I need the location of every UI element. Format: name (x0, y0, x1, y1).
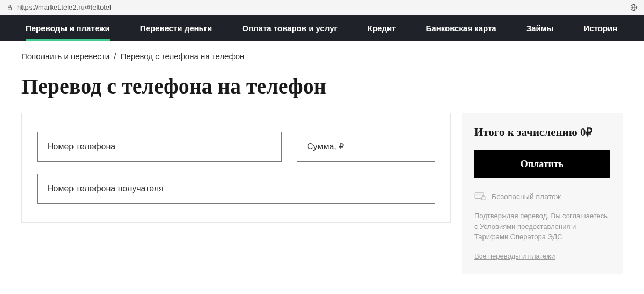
summary-sidebar: Итого к зачислению 0₽ Оплатить Безопасны… (462, 113, 623, 274)
total-amount-label: Итого к зачислению 0₽ (474, 126, 610, 139)
svg-rect-0 (8, 7, 12, 10)
secure-payment-badge: Безопасный платеж (474, 192, 610, 201)
nav-item-credit[interactable]: Кредит (353, 15, 411, 41)
breadcrumb-current: Перевод с телефона на телефон (121, 52, 245, 61)
disclaimer-text: Подтверждая перевод, Вы соглашаетесь с У… (474, 211, 610, 242)
nav-item-loans[interactable]: Займы (511, 15, 569, 41)
browser-url-bar: https://market.tele2.ru/#teltotel (0, 0, 644, 15)
pay-button[interactable]: Оплатить (474, 150, 610, 178)
amount-input[interactable] (297, 132, 435, 162)
card-lock-icon (474, 192, 486, 201)
all-transfers-link[interactable]: Все переводы и платежи (474, 252, 555, 260)
nav-item-pay-goods-services[interactable]: Оплата товаров и услуг (227, 15, 352, 41)
nav-item-transfers-payments[interactable]: Переводы и платежи (11, 15, 125, 41)
transfer-form (21, 113, 451, 223)
breadcrumb-parent[interactable]: Пополнить и перевести (21, 52, 109, 61)
globe-icon[interactable] (630, 4, 638, 11)
secure-payment-label: Безопасный платеж (492, 192, 561, 201)
nav-item-history[interactable]: История (569, 15, 633, 41)
url-text[interactable]: https://market.tele2.ru/#teltotel (17, 3, 111, 11)
page-title: Перевод с телефона на телефон (21, 66, 623, 113)
breadcrumb-separator: / (114, 52, 116, 61)
nav-item-bank-card[interactable]: Банковская карта (411, 15, 511, 41)
breadcrumb: Пополнить и перевести / Перевод с телефо… (21, 41, 623, 66)
lock-icon (6, 4, 13, 11)
tariffs-link[interactable]: Тарифами Оператора ЭДС (474, 233, 562, 241)
sender-phone-input[interactable] (37, 132, 282, 162)
nav-item-transfer-money[interactable]: Перевести деньги (125, 15, 228, 41)
recipient-phone-input[interactable] (37, 174, 435, 204)
terms-link[interactable]: Условиями предоставления (480, 223, 570, 231)
main-nav: Переводы и платежи Перевести деньги Опла… (0, 15, 644, 41)
svg-rect-6 (482, 197, 485, 200)
